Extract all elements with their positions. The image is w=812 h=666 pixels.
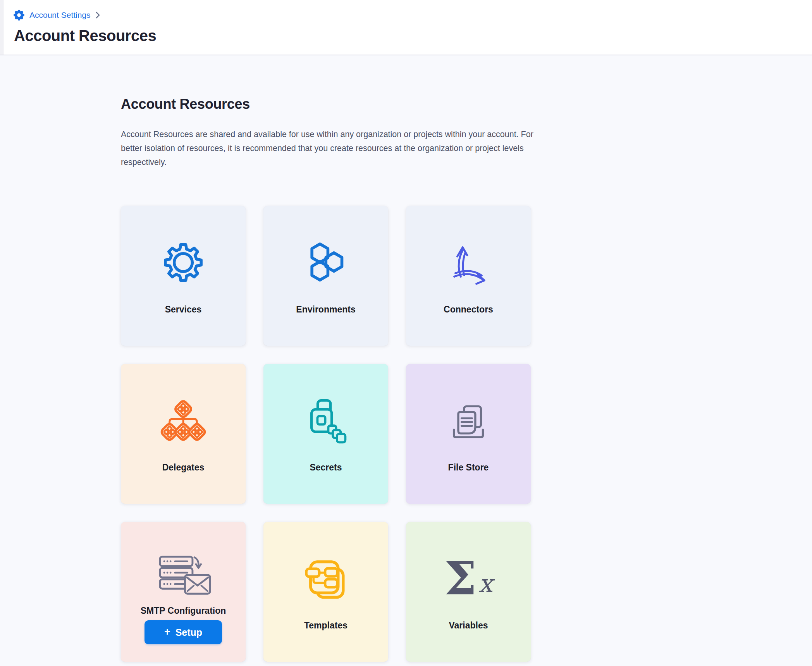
card-label: File Store [448,462,489,473]
smtp-setup-button[interactable]: + Setup [145,620,222,644]
card-label: Connectors [444,304,493,315]
card-label: Services [165,304,202,315]
mail-server-icon [154,544,212,605]
gear-icon [13,9,25,21]
documents-tray-icon [446,379,490,462]
branch-arrows-icon [446,221,491,304]
breadcrumb: Account Settings [13,9,100,21]
card-label: Variables [449,620,488,631]
page-header: Account Settings Account Resources [0,0,812,55]
delegates-tree-icon [160,379,206,462]
hexagons-icon [304,221,348,304]
card-label: SMTP Configuration [141,605,226,616]
plus-icon: + [164,627,170,637]
card-templates[interactable]: Templates [263,522,388,662]
sigma-x-glyph: Σ x [444,537,493,620]
breadcrumb-label: Account Settings [29,10,91,20]
collapsed-nav-edge [0,0,3,55]
x-glyph: x [478,571,492,596]
card-services[interactable]: Services [121,206,246,346]
card-file-store[interactable]: File Store [406,364,531,504]
card-label: Secrets [310,462,342,473]
card-variables[interactable]: Σ x Variables [406,522,531,662]
card-environments[interactable]: Environments [263,206,388,346]
content: Account Resources Account Resources are … [0,55,812,662]
card-label: Delegates [162,462,205,473]
card-smtp-configuration[interactable]: SMTP Configuration + Setup [121,522,246,662]
card-secrets[interactable]: Secrets [263,364,388,504]
resource-card-grid: Services Environments [121,206,812,662]
sigma-glyph: Σ [444,556,477,601]
card-label: Templates [304,620,348,631]
section-description: Account Resources are shared and availab… [121,127,543,169]
card-delegates[interactable]: Delegates [121,364,246,504]
templates-icon [304,537,348,620]
lock-chain-icon [305,379,347,462]
card-connectors[interactable]: Connectors [406,206,531,346]
card-label: Environments [296,304,355,315]
gear-icon [162,221,205,304]
chevron-right-icon [95,11,100,19]
breadcrumb-account-settings-link[interactable]: Account Settings [13,9,91,21]
setup-button-label: Setup [175,627,202,638]
section-heading: Account Resources [121,55,812,113]
page-title: Account Resources [14,27,156,45]
